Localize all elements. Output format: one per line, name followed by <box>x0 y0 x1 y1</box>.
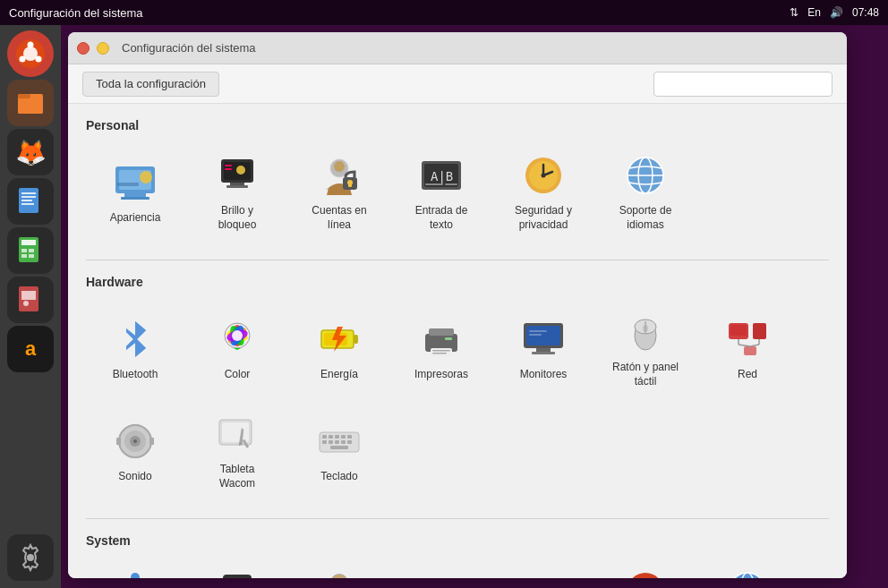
svg-rect-112 <box>347 440 352 444</box>
mouse-icon <box>622 309 669 355</box>
sound-icon <box>112 418 158 464</box>
appearance-item[interactable]: Apariencia <box>86 143 184 242</box>
bluetooth-label: Bluetooth <box>113 368 158 382</box>
mouse-item[interactable]: Ratón y panel táctil <box>596 300 695 398</box>
sidebar-item-calc[interactable] <box>7 227 54 274</box>
landscape-item[interactable]: L Servicio Landscape <box>596 558 695 578</box>
sidebar-item-firefox[interactable]: 🦊 <box>7 129 54 175</box>
svg-rect-69 <box>429 328 454 336</box>
sidebar-item-impress[interactable] <box>7 277 54 323</box>
svg-rect-107 <box>347 435 352 439</box>
keyboard-item[interactable]: Teclado <box>290 402 388 500</box>
language-item[interactable]: Soporte de idiomas <box>596 143 695 242</box>
accounts-item[interactable]: Cuentas en línea <box>290 143 388 242</box>
svg-marker-56 <box>126 321 146 357</box>
svg-rect-32 <box>226 185 248 188</box>
datetime-item[interactable]: Fecha y hora <box>494 558 593 578</box>
lang-indicator[interactable]: En <box>807 6 821 19</box>
svg-rect-72 <box>432 353 447 354</box>
sidebar-item-amazon[interactable]: a <box>7 326 54 372</box>
svg-rect-79 <box>529 334 542 336</box>
svg-rect-31 <box>230 183 244 185</box>
svg-rect-34 <box>225 168 232 170</box>
accounts-label: Cuentas en línea <box>312 204 366 232</box>
svg-rect-76 <box>536 348 551 352</box>
monitor-label: Monitores <box>520 368 568 382</box>
sound-item[interactable]: Sonido <box>86 402 184 500</box>
bluetooth-item[interactable]: Bluetooth <box>86 300 184 398</box>
personal-title: Personal <box>86 118 829 132</box>
svg-rect-98 <box>149 438 154 445</box>
svg-rect-71 <box>432 350 450 352</box>
search-input[interactable] <box>653 72 832 97</box>
svg-rect-106 <box>341 435 346 439</box>
energy-item[interactable]: Energía <box>290 300 388 398</box>
software-item[interactable]: Software y actualizaciones <box>698 558 797 578</box>
sound-label: Sonido <box>118 470 151 484</box>
back-button[interactable]: Toda la configuración <box>82 72 219 97</box>
svg-rect-25 <box>124 193 146 197</box>
svg-line-91 <box>750 345 759 346</box>
svg-rect-87 <box>744 346 756 355</box>
printer-icon <box>418 316 465 362</box>
svg-rect-113 <box>330 446 348 449</box>
svg-rect-12 <box>21 203 34 205</box>
monitor-item[interactable]: Monitores <box>494 300 593 398</box>
printer-label: Impresoras <box>414 368 468 382</box>
svg-rect-100 <box>222 422 249 442</box>
user-item[interactable]: Cuentas de usuario <box>290 558 388 578</box>
text-input-icon: A|B <box>418 152 465 199</box>
system-title: System <box>86 533 829 548</box>
details-icon <box>418 575 465 578</box>
system-section: System Acceso universal <box>86 533 829 578</box>
tablet-item[interactable]: Tableta Wacom <box>188 402 286 500</box>
sidebar-item-settings[interactable] <box>7 534 54 581</box>
window-toolbar: Toda la configuración 🔍 <box>68 64 847 104</box>
keyboard-icon <box>316 418 363 464</box>
minimize-button[interactable] <box>97 42 109 55</box>
topbar-right: ⇅ En 🔊 07:48 <box>790 6 879 19</box>
network-item[interactable]: Red <box>698 300 797 398</box>
svg-rect-104 <box>329 435 333 439</box>
text-input-item[interactable]: A|B Entrada de texto <box>392 143 491 242</box>
bluetooth-icon <box>112 316 158 362</box>
landscape-icon: L <box>622 567 669 578</box>
sidebar-item-ubuntu[interactable] <box>7 30 54 77</box>
brightness-item[interactable]: Brillo y bloqueo <box>188 143 286 242</box>
svg-rect-9 <box>21 192 36 194</box>
appearance-label: Apariencia <box>110 211 161 226</box>
color-item[interactable]: Color <box>188 300 286 398</box>
svg-rect-15 <box>21 249 27 252</box>
window-title: Configuración del sistema <box>122 41 256 55</box>
svg-point-141 <box>628 573 663 578</box>
svg-rect-77 <box>532 352 555 354</box>
accessibility-icon <box>112 567 158 578</box>
accessibility-item[interactable]: Acceso universal <box>86 558 184 578</box>
volume-icon[interactable]: 🔊 <box>830 6 843 19</box>
svg-point-95 <box>133 439 137 443</box>
svg-rect-16 <box>29 249 34 252</box>
svg-rect-66 <box>354 335 358 344</box>
printer-item[interactable]: Impresoras <box>392 300 491 398</box>
svg-rect-28 <box>117 183 139 186</box>
security-item[interactable]: Seguridad y privacidad <box>494 143 593 242</box>
color-label: Color <box>225 368 251 382</box>
sidebar-item-files[interactable] <box>7 80 54 126</box>
search-wrapper: 🔍 <box>653 72 832 97</box>
backup-item[interactable]: Copias de seguridad <box>188 558 286 578</box>
details-item[interactable]: Detalles <box>392 558 491 578</box>
personal-section: Personal Apariencia <box>86 118 829 242</box>
close-button[interactable] <box>77 42 90 55</box>
svg-rect-78 <box>529 330 547 332</box>
brightness-icon <box>214 152 260 199</box>
svg-rect-109 <box>329 440 333 444</box>
svg-point-4 <box>20 56 26 63</box>
svg-rect-20 <box>21 291 36 300</box>
sidebar-item-writer[interactable] <box>7 178 54 225</box>
backup-icon <box>214 567 260 578</box>
svg-point-27 <box>140 171 152 183</box>
hardware-title: Hardware <box>86 275 829 289</box>
network-label: Red <box>738 368 757 382</box>
datetime-icon <box>520 575 567 578</box>
tablet-label: Tableta Wacom <box>219 463 255 490</box>
